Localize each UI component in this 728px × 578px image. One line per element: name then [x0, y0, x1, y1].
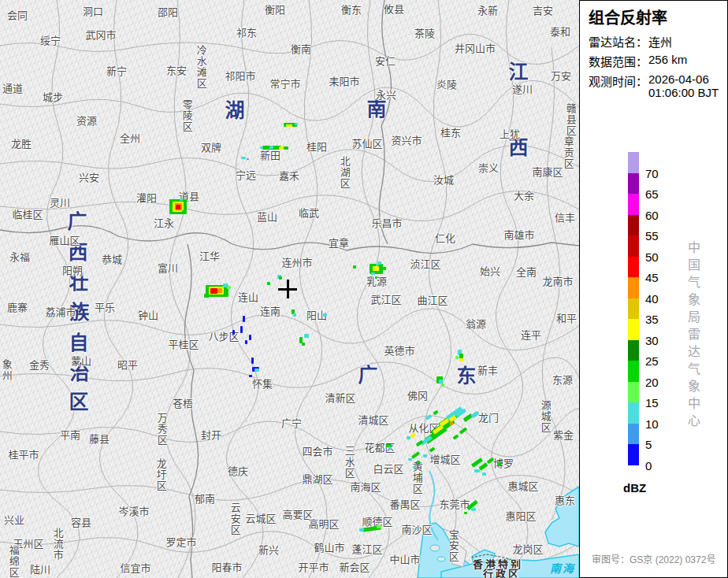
place-label: 祁阳市 — [225, 71, 255, 82]
radar-station-marker — [278, 280, 297, 298]
place-label: 桂平市 — [8, 450, 39, 461]
radar-echo — [377, 525, 381, 528]
place-label: 平桂区 — [168, 339, 199, 350]
station-row: 雷达站名： 连州 — [589, 33, 672, 50]
place-label: 灵川 — [50, 198, 70, 209]
place-label: 南康区 — [532, 167, 563, 178]
radar-echo — [459, 358, 464, 361]
place-label: 陆川 — [30, 565, 50, 576]
obs-clock: 01:06:00 BJT — [648, 86, 719, 99]
reflectivity-legend-bar — [628, 152, 639, 465]
radar-echo — [408, 458, 412, 461]
place-label: 封开 — [201, 430, 221, 441]
place-label: 双牌 — [201, 143, 221, 154]
place-label: 赣县区 — [565, 103, 576, 136]
place-label: 衡南 — [291, 44, 311, 55]
province-label: 西 — [508, 138, 528, 158]
place-label: 嘉禾 — [279, 171, 299, 182]
radar-echo — [353, 265, 356, 269]
place-label: 紫金 — [553, 430, 574, 441]
legend-color-segment — [628, 444, 639, 465]
place-label: 清新区 — [325, 393, 355, 404]
place-label: 兴业 — [4, 515, 24, 526]
place-label: 始兴 — [480, 266, 500, 277]
radar-echo — [382, 267, 386, 270]
legend-color-segment — [628, 424, 639, 445]
obs-time-label: 观测时间： — [589, 72, 648, 99]
place-label: 资源 — [76, 116, 97, 127]
product-title: 组合反射率 — [589, 6, 667, 28]
radar-echo — [217, 288, 222, 293]
radar-echo — [247, 158, 249, 160]
legend-tick-label: 65 — [645, 187, 659, 201]
radar-echo — [182, 210, 186, 213]
place-label: 佛冈 — [407, 391, 428, 402]
legend-color-segment — [628, 173, 639, 195]
place-label: 乐昌市 — [371, 218, 402, 229]
place-label: 江永 — [154, 218, 174, 229]
place-label: 雁山区 — [49, 235, 80, 246]
place-label: 临桂区 — [12, 209, 43, 220]
radar-echo — [240, 326, 243, 333]
place-label: 怀集 — [252, 379, 273, 390]
place-label: 连州市 — [281, 258, 312, 269]
place-label: 洞口 — [83, 6, 103, 17]
place-label: 苏仙区 — [351, 139, 382, 150]
place-label: 曲江区 — [417, 295, 448, 306]
place-label: 鼎湖区 — [302, 474, 332, 485]
radar-echo — [284, 146, 288, 150]
radar-echo — [323, 313, 327, 317]
place-label: 炎陵 — [436, 80, 457, 91]
place-label: 东安 — [166, 65, 187, 76]
radar-echo — [359, 528, 364, 532]
radar-echo — [304, 334, 309, 338]
place-label: 惠城区 — [507, 481, 538, 492]
place-label: 英德市 — [384, 346, 414, 357]
place-label: 蒙山 — [71, 356, 91, 367]
place-label: 龙门 — [478, 413, 499, 424]
place-label: 宁远 — [236, 170, 256, 181]
place-label: 东源 — [552, 375, 573, 386]
place-label: 三水区 — [344, 446, 355, 479]
place-label: 新田 — [260, 150, 280, 161]
place-label: 万秀区 — [156, 413, 167, 446]
legend-color-segment — [628, 277, 639, 298]
radar-echo — [286, 124, 292, 127]
place-label: 资兴市 — [391, 135, 422, 146]
legend-tick-label: 35 — [645, 313, 659, 326]
obs-date: 2026-04-06 — [648, 72, 719, 86]
radar-echo — [267, 282, 270, 285]
radar-echo — [251, 358, 254, 364]
place-label: 藤县 — [89, 434, 110, 445]
place-label: 信丰 — [555, 213, 575, 224]
place-label: 龙胜 — [11, 139, 32, 150]
place-label: 龙岗区 — [512, 544, 543, 555]
place-label: 遂川 — [512, 84, 533, 95]
place-label: 四会市 — [302, 446, 332, 458]
place-label: 江华 — [199, 251, 220, 262]
radar-echo — [295, 123, 298, 125]
range-value: 256 km — [648, 53, 687, 69]
place-label: 蓬江区 — [351, 544, 382, 555]
place-label: 苍梧 — [173, 398, 193, 409]
place-label: 和平 — [556, 313, 577, 324]
province-label: 湖 — [225, 101, 244, 121]
radar-echo — [371, 272, 375, 275]
range-label: 数据范围： — [589, 53, 648, 69]
province-label: 南 — [366, 99, 386, 120]
place-label: 连平 — [521, 330, 541, 341]
province-label: 自 — [69, 333, 88, 354]
place-label: 昭平 — [117, 360, 138, 371]
legend-color-segment — [628, 382, 639, 403]
radar-echo — [210, 288, 217, 294]
place-label: 章贡区 — [563, 136, 574, 169]
place-label: 信宜市 — [120, 563, 150, 574]
place-label: 龙圩区 — [155, 458, 166, 491]
province-label: 江 — [508, 62, 528, 83]
radar-echo — [269, 146, 273, 149]
radar-echo — [176, 205, 180, 209]
place-label: 大余 — [514, 191, 534, 202]
place-label: 恭城 — [102, 254, 122, 265]
province-label: 区 — [69, 392, 88, 413]
place-label: 冷水滩区 — [195, 45, 206, 89]
